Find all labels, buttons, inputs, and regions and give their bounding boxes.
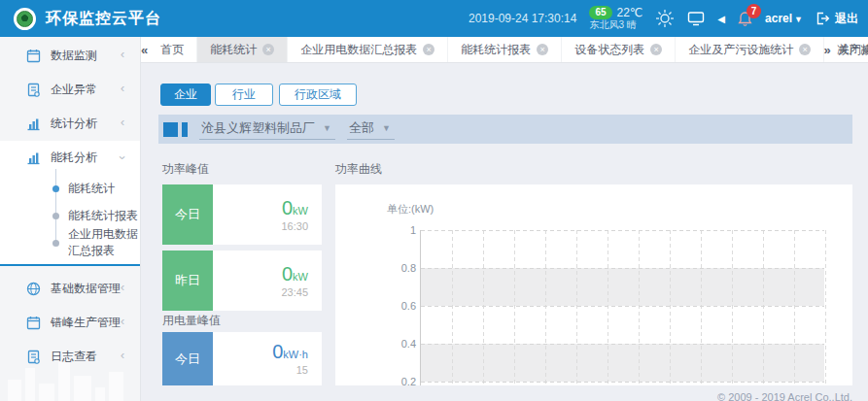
sidebar-item-data-monitoring[interactable]: 数据监测 ›	[0, 39, 140, 73]
sidebar-item-label: 统计分析	[51, 116, 97, 132]
tab-label: 企业用电数据汇总报表	[300, 42, 417, 58]
grid-vline	[763, 230, 764, 385]
yesterday-label: 昨日	[162, 251, 213, 311]
monitor-icon[interactable]	[687, 11, 705, 26]
speaker-icon[interactable]: ◀	[717, 14, 725, 24]
grid-vline	[794, 230, 795, 385]
scope-select[interactable]: 全部▼	[347, 119, 395, 140]
bar-chart-icon	[25, 150, 41, 166]
user-menu[interactable]: acrel▼	[765, 12, 803, 25]
temperature-label: 22℃	[617, 7, 643, 18]
sidebar-item-basic-data[interactable]: 基础数据管理 ›	[0, 272, 140, 306]
sidebar-item-enterprise-abnormal[interactable]: 企业异常 ›	[0, 73, 140, 107]
tab-label: 首页	[160, 42, 184, 58]
sidebar-submenu: 能耗统计 能耗统计报表 企业用电数据汇总报表	[0, 175, 140, 256]
calendar-icon	[25, 316, 41, 331]
chart-unit-label: 单位:(kW)	[387, 202, 434, 217]
logout-icon	[816, 12, 830, 25]
close-icon[interactable]: ×	[537, 44, 548, 55]
chevron-left-icon: ›	[121, 83, 124, 97]
sidebar-subitem-energy-report[interactable]: 能耗统计报表	[0, 202, 140, 229]
username-label: acrel	[765, 12, 792, 25]
tabs-scroll-left-button[interactable]: «	[141, 37, 148, 62]
page-title: 环保监控云平台	[46, 9, 161, 29]
energy-peak-title: 用电量峰值	[162, 313, 221, 329]
header: 环保监控云平台 2019-09-24 17:30:14 65 22℃ 东北风3 …	[0, 0, 868, 37]
sidebar-subitem-electricity-summary[interactable]: 企业用电数据汇总报表	[0, 229, 140, 256]
view-button-enterprise[interactable]: 企业	[160, 84, 211, 106]
grid-hline	[421, 344, 824, 345]
chevron-down-icon: ▼	[794, 15, 803, 24]
bar-chart-icon	[25, 117, 41, 132]
grid-vline	[576, 230, 577, 385]
close-operations-menu[interactable]: 关闭操作	[838, 37, 868, 63]
marker-bar-icon	[182, 122, 188, 137]
grid-vline	[701, 230, 702, 385]
tab-electricity-summary-report[interactable]: 企业用电数据汇总报表×	[288, 37, 448, 62]
tab-home[interactable]: 首页	[148, 37, 197, 62]
tab-energy-statistics[interactable]: 能耗统计×	[197, 37, 288, 62]
logout-button[interactable]: 退出	[816, 11, 858, 27]
grid-hline	[421, 382, 824, 383]
sidebar-item-label: 错峰生产管理	[51, 315, 121, 331]
close-icon[interactable]: ×	[650, 44, 662, 55]
grid-vline	[825, 230, 826, 385]
globe-icon	[25, 282, 41, 297]
sidebar-expanded-group: 能耗分析 › 能耗统计 能耗统计报表 企业用电数据汇总报表	[0, 141, 140, 266]
bullet-dot-icon	[52, 213, 59, 219]
copyright-text: © 2009 - 2019 Acrel Co.,Ltd.	[717, 391, 852, 401]
grid-vline	[639, 230, 640, 385]
tab-label: 能耗统计报表	[461, 42, 531, 58]
power-peak-yesterday-time: 23:45	[281, 286, 308, 300]
grid-hline	[421, 268, 824, 269]
app-window: 环保监控云平台 2019-09-24 17:30:14 65 22℃ 东北风3 …	[0, 0, 868, 401]
grid-hline	[421, 306, 824, 307]
company-select-value: 沧县义辉塑料制品厂	[201, 119, 315, 137]
sidebar-subitem-energy-statistics[interactable]: 能耗统计	[0, 175, 140, 202]
scope-select-value: 全部	[349, 119, 374, 137]
y-tick-label: 0.6	[343, 300, 416, 312]
notification-count-badge[interactable]: 7	[746, 4, 761, 18]
tab-bar: « 首页 能耗统计× 企业用电数据汇总报表× 能耗统计报表× 设备状态列表× 企…	[141, 37, 868, 63]
tab-enterprise-pollution-stats[interactable]: 企业及产污设施统计×	[676, 37, 824, 62]
wind-label: 东北风3 晴	[589, 19, 642, 31]
close-icon[interactable]: ×	[423, 44, 434, 55]
close-icon[interactable]: ×	[799, 44, 811, 55]
platform-logo-icon	[14, 8, 36, 30]
clipboard-icon	[25, 83, 41, 98]
sidebar-subitem-label: 能耗统计报表	[68, 208, 138, 224]
grid-vline	[514, 230, 515, 385]
y-tick-label: 1	[343, 224, 416, 236]
notifications[interactable]: 7	[738, 11, 752, 27]
power-peak-today-time: 16:30	[281, 220, 308, 234]
marker-square-icon	[163, 122, 178, 137]
view-button-industry[interactable]: 行业	[215, 84, 273, 106]
grid-vline	[545, 230, 546, 385]
chart-plot	[420, 230, 824, 385]
tab-label: 能耗统计	[210, 42, 257, 58]
sidebar-item-statistics-analysis[interactable]: 统计分析 ›	[0, 107, 140, 141]
tabs-scroll-right-button[interactable]: »	[815, 37, 840, 63]
today-label: 今日	[162, 184, 213, 245]
grid-vline	[452, 230, 453, 385]
bullet-dot-icon	[52, 240, 59, 247]
chevron-down-icon: ▼	[382, 123, 391, 133]
company-select[interactable]: 沧县义辉塑料制品厂▼	[199, 119, 335, 140]
y-tick-label: 0.2	[343, 376, 416, 385]
view-button-region[interactable]: 行政区域	[279, 84, 357, 106]
city-watermark	[0, 348, 141, 401]
tab-energy-report[interactable]: 能耗统计报表×	[448, 37, 562, 62]
chevron-left-icon: ›	[121, 282, 124, 296]
close-icon[interactable]: ×	[262, 44, 274, 55]
sidebar-item-offpeak-production[interactable]: 错峰生产管理 ›	[0, 306, 140, 340]
tab-device-status-list[interactable]: 设备状态列表×	[562, 37, 676, 62]
chevron-left-icon: ›	[121, 49, 124, 63]
sidebar-item-label: 能耗分析	[51, 150, 97, 166]
sidebar-item-energy-analysis[interactable]: 能耗分析 ›	[0, 141, 140, 175]
power-curve-chart: 单位:(kW) 10.80.60.40.2	[335, 184, 852, 385]
chevron-down-icon: ▼	[323, 123, 331, 133]
power-peak-title: 功率峰值	[162, 161, 209, 178]
aqi-badge: 65	[589, 6, 611, 19]
chevron-left-icon: ›	[121, 316, 124, 330]
chevron-left-icon: ›	[121, 117, 124, 131]
